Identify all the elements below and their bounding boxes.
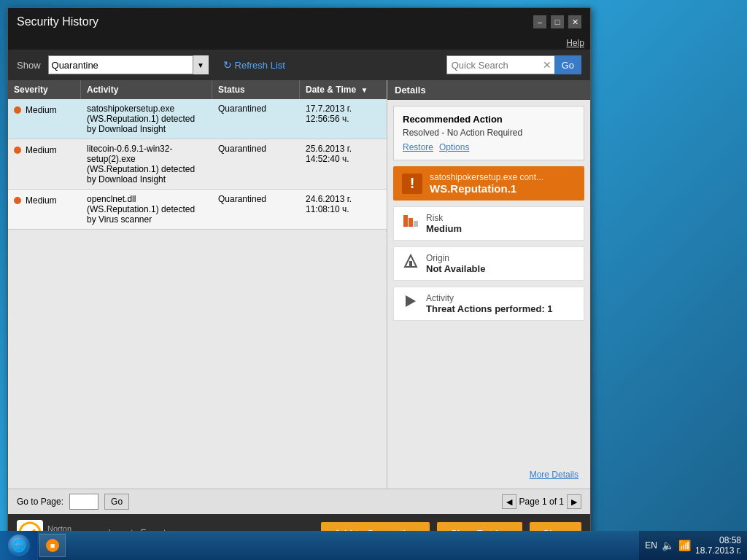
- start-button[interactable]: 🌐: [0, 531, 38, 560]
- refresh-list-button[interactable]: ↻ Refresh List: [223, 59, 285, 71]
- table-panel: Severity Activity Status Date & Time ▼ M…: [8, 80, 387, 489]
- svg-marker-4: [406, 295, 416, 307]
- activity-value: Threat Actions performed: 1: [426, 303, 553, 314]
- status-cell: Quarantined: [212, 99, 300, 139]
- svg-rect-0: [403, 215, 408, 227]
- system-clock: 08:58 18.7.2013 г.: [695, 535, 741, 556]
- details-content: Recommended Action Resolved - No Action …: [387, 100, 590, 489]
- severity-dot-medium: [14, 147, 21, 154]
- origin-label: Origin: [426, 253, 485, 263]
- threat-file-name: satoshipokersetup.exe cont...: [430, 172, 543, 182]
- toolbar: Show Quarantine All Threats Intrusions ▼…: [8, 50, 590, 80]
- search-clear-button[interactable]: ✕: [543, 59, 551, 71]
- origin-detail-item: Origin Not Available: [393, 246, 584, 281]
- threat-name: WS.Reputation.1: [430, 182, 543, 195]
- datetime-cell: 24.6.2013 г.11:08:10 ч.: [300, 190, 387, 229]
- column-datetime: Date & Time ▼: [300, 80, 387, 99]
- details-panel: Details Recommended Action Resolved - No…: [387, 80, 590, 489]
- title-bar-controls: – □ ✕: [533, 15, 581, 28]
- severity-dot-medium: [14, 106, 21, 114]
- column-severity: Severity: [8, 80, 81, 99]
- table-body: Medium satoshipokersetup.exe (WS.Reputat…: [8, 99, 387, 489]
- activity-cell: litecoin-0.6.9.1-win32-setup(2).exe (WS.…: [81, 139, 212, 189]
- risk-content: Risk Medium: [426, 213, 462, 234]
- severity-dot-medium: [14, 197, 21, 204]
- origin-content: Origin Not Available: [426, 253, 485, 274]
- severity-label: Medium: [26, 145, 57, 155]
- severity-label: Medium: [26, 105, 57, 115]
- svg-rect-3: [409, 261, 412, 267]
- risk-label: Risk: [426, 213, 462, 223]
- refresh-label: Refresh List: [235, 60, 285, 71]
- restore-link[interactable]: Restore: [403, 142, 433, 152]
- taskbar-app-item[interactable]: ■: [39, 534, 66, 557]
- volume-icon: 🔈: [662, 540, 674, 551]
- recommended-action-links: Restore Options: [403, 142, 575, 152]
- status-cell: Quarantined: [212, 139, 300, 189]
- show-select[interactable]: Quarantine All Threats Intrusions: [48, 55, 209, 74]
- clock-date: 18.7.2013 г.: [695, 545, 741, 556]
- maximize-button[interactable]: □: [551, 15, 564, 28]
- activity-icon: [403, 293, 419, 309]
- table-row[interactable]: Medium openclnet.dll (WS.Reputation.1) d…: [8, 190, 387, 230]
- recommended-action-status: Resolved - No Action Required: [403, 128, 575, 138]
- help-link[interactable]: Help: [566, 38, 584, 48]
- prev-page-button[interactable]: ◀: [502, 494, 516, 509]
- more-details-link[interactable]: More Details: [530, 470, 578, 480]
- language-indicator: EN: [645, 540, 657, 551]
- severity-cell: Medium: [8, 139, 81, 189]
- help-bar: Help: [8, 36, 590, 50]
- page-nav: ◀ Page 1 of 1 ▶: [502, 494, 581, 509]
- more-details-link-container: More Details: [393, 466, 584, 483]
- options-link[interactable]: Options: [439, 142, 469, 152]
- security-history-window: Security History – □ ✕ Help Show Quarant…: [7, 7, 591, 553]
- threat-banner: ! satoshipokersetup.exe cont... WS.Reput…: [393, 166, 584, 201]
- page-number-input[interactable]: [69, 494, 98, 510]
- risk-icon: [403, 213, 419, 229]
- minimize-button[interactable]: –: [533, 15, 546, 28]
- search-input[interactable]: [446, 55, 556, 74]
- page-info: Page 1 of 1: [519, 497, 564, 507]
- severity-cell: Medium: [8, 99, 81, 139]
- column-activity: Activity: [81, 80, 212, 99]
- activity-content: Activity Threat Actions performed: 1: [426, 293, 553, 314]
- next-page-button[interactable]: ▶: [567, 494, 581, 509]
- search-wrapper: ✕ Go: [446, 55, 581, 74]
- recommended-action-title: Recommended Action: [403, 114, 575, 125]
- sort-arrow-icon: ▼: [360, 86, 368, 94]
- content-area: Severity Activity Status Date & Time ▼ M…: [8, 80, 590, 489]
- show-select-wrapper: Quarantine All Threats Intrusions ▼: [48, 55, 209, 74]
- show-label: Show: [17, 60, 41, 71]
- window-close-button[interactable]: ✕: [568, 15, 581, 28]
- datetime-cell: 17.7.2013 г.12:56:56 ч.: [300, 99, 387, 139]
- network-icon: 📶: [678, 540, 691, 551]
- pagination-bar: Go to Page: Go ◀ Page 1 of 1 ▶: [8, 489, 590, 514]
- threat-warning-icon: !: [402, 174, 422, 194]
- title-bar: Security History – □ ✕: [8, 8, 590, 36]
- table-row[interactable]: Medium satoshipokersetup.exe (WS.Reputat…: [8, 99, 387, 139]
- datetime-cell: 25.6.2013 г.14:52:40 ч.: [300, 139, 387, 189]
- threat-banner-text: satoshipokersetup.exe cont... WS.Reputat…: [430, 172, 543, 195]
- svg-rect-1: [409, 218, 413, 227]
- status-cell: Quarantined: [212, 190, 300, 229]
- origin-value: Not Available: [426, 263, 485, 274]
- svg-rect-2: [414, 221, 418, 227]
- start-orb-icon: 🌐: [8, 534, 30, 556]
- table-row[interactable]: Medium litecoin-0.6.9.1-win32-setup(2).e…: [8, 139, 387, 190]
- taskbar: 🌐 ■ EN 🔈 📶 08:58 18.7.2013 г.: [0, 531, 747, 560]
- severity-label: Medium: [26, 195, 57, 206]
- search-go-button[interactable]: Go: [554, 55, 581, 74]
- refresh-icon: ↻: [223, 59, 232, 71]
- activity-detail-item: Activity Threat Actions performed: 1: [393, 287, 584, 321]
- risk-detail-item: Risk Medium: [393, 206, 584, 241]
- go-page-button[interactable]: Go: [104, 494, 129, 510]
- activity-label: Activity: [426, 293, 553, 303]
- activity-cell: openclnet.dll (WS.Reputation.1) detected…: [81, 190, 212, 229]
- risk-value: Medium: [426, 223, 462, 234]
- window-title: Security History: [17, 15, 98, 28]
- activity-cell: satoshipokersetup.exe (WS.Reputation.1) …: [81, 99, 212, 139]
- go-to-page-label: Go to Page:: [17, 497, 63, 507]
- table-header: Severity Activity Status Date & Time ▼: [8, 80, 387, 99]
- column-status: Status: [212, 80, 300, 99]
- severity-cell: Medium: [8, 190, 81, 229]
